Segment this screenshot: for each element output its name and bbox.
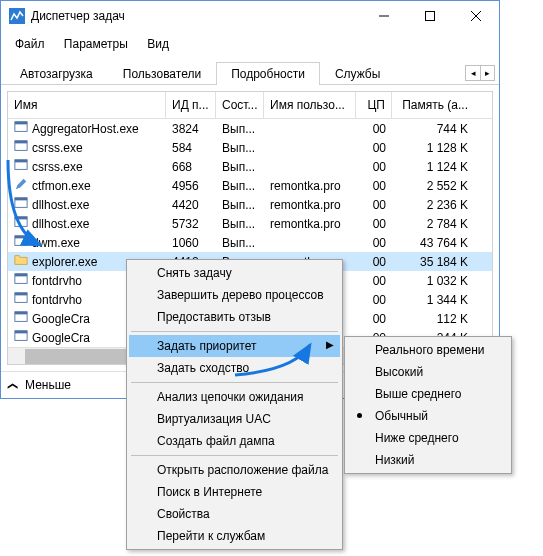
tab-scroll-arrows: ◂ ▸ [465, 65, 495, 81]
minimize-button[interactable] [361, 1, 407, 31]
column-headers: Имя ИД п... Сост... Имя пользо... ЦП Пам… [8, 92, 492, 119]
table-row[interactable]: dllhost.exe4420Вып...remontka.pro002 236… [8, 195, 492, 214]
header-status[interactable]: Сост... [216, 92, 264, 118]
tab-scroll-left[interactable]: ◂ [466, 66, 480, 80]
header-name[interactable]: Имя [8, 92, 166, 118]
header-cpu[interactable]: ЦП [356, 92, 392, 118]
cell-status: Вып... [216, 122, 264, 136]
cell-pid: 4956 [166, 179, 216, 193]
cell-name: csrss.exe [8, 158, 166, 175]
ctx-end-task[interactable]: Снять задачу [129, 262, 340, 284]
header-pid[interactable]: ИД п... [166, 92, 216, 118]
menu-view[interactable]: Вид [139, 33, 177, 55]
cell-cpu: 00 [356, 198, 392, 212]
maximize-button[interactable] [407, 1, 453, 31]
cell-status: Вып... [216, 217, 264, 231]
cell-cpu: 00 [356, 141, 392, 155]
process-icon [14, 120, 28, 137]
priority-normal-label: Обычный [375, 409, 428, 423]
svg-rect-22 [15, 312, 27, 315]
svg-rect-18 [15, 274, 27, 277]
process-icon [14, 177, 28, 194]
table-row[interactable]: AggregatorHost.exe3824Вып...00744 K [8, 119, 492, 138]
cell-pid: 668 [166, 160, 216, 174]
cell-pid: 5732 [166, 217, 216, 231]
ctx-feedback[interactable]: Предоставить отзыв [129, 306, 340, 328]
header-user[interactable]: Имя пользо... [264, 92, 356, 118]
process-name: fontdrvho [32, 293, 82, 307]
cell-status: Вып... [216, 236, 264, 250]
cell-cpu: 00 [356, 160, 392, 174]
svg-rect-6 [15, 122, 27, 125]
tabs: Автозагрузка Пользователи Подробности Сл… [1, 57, 499, 85]
ctx-set-priority[interactable]: Задать приоритет▶ [129, 335, 340, 357]
close-button[interactable] [453, 1, 499, 31]
table-row[interactable]: csrss.exe668Вып...001 124 K [8, 157, 492, 176]
process-icon [14, 234, 28, 251]
cell-name: AggregatorHost.exe [8, 120, 166, 137]
svg-rect-2 [426, 12, 435, 21]
priority-low[interactable]: Низкий [347, 449, 509, 471]
chevron-up-icon: ❮ [8, 381, 19, 389]
ctx-goto-services[interactable]: Перейти к службам [129, 525, 340, 547]
process-icon [14, 196, 28, 213]
cell-cpu: 00 [356, 179, 392, 193]
process-name: AggregatorHost.exe [32, 122, 139, 136]
tab-autostart[interactable]: Автозагрузка [5, 62, 108, 85]
cell-name: dwm.exe [8, 234, 166, 251]
process-icon [14, 272, 28, 289]
ctx-properties[interactable]: Свойства [129, 503, 340, 525]
process-name: GoogleCra [32, 331, 90, 345]
process-icon [14, 310, 28, 327]
cell-user: remontka.pro [264, 198, 356, 212]
header-mem[interactable]: Память (а... [392, 92, 474, 118]
process-name: GoogleCra [32, 312, 90, 326]
table-row[interactable]: dllhost.exe5732Вып...remontka.pro002 784… [8, 214, 492, 233]
priority-below-normal[interactable]: Ниже среднего [347, 427, 509, 449]
svg-rect-12 [15, 198, 27, 201]
ctx-open-location[interactable]: Открыть расположение файла [129, 459, 340, 481]
table-row[interactable]: dwm.exe1060Вып...0043 764 K [8, 233, 492, 252]
svg-rect-8 [15, 141, 27, 144]
ctx-end-tree[interactable]: Завершить дерево процессов [129, 284, 340, 306]
cell-name: dllhost.exe [8, 215, 166, 232]
ctx-set-affinity[interactable]: Задать сходство [129, 357, 340, 379]
cell-mem: 43 764 K [392, 236, 474, 250]
cell-pid: 584 [166, 141, 216, 155]
priority-submenu: Реального времени Высокий Выше среднего … [344, 336, 512, 474]
ctx-separator [131, 331, 338, 332]
cell-cpu: 00 [356, 122, 392, 136]
priority-realtime[interactable]: Реального времени [347, 339, 509, 361]
ctx-search-online[interactable]: Поиск в Интернете [129, 481, 340, 503]
tab-users[interactable]: Пользователи [108, 62, 216, 85]
svg-rect-20 [15, 293, 27, 296]
tab-scroll-right[interactable]: ▸ [480, 66, 494, 80]
table-row[interactable]: csrss.exe584Вып...001 128 K [8, 138, 492, 157]
ctx-wait-chain[interactable]: Анализ цепочки ожидания [129, 386, 340, 408]
cell-mem: 1 032 K [392, 274, 474, 288]
tab-services[interactable]: Службы [320, 62, 395, 85]
priority-high[interactable]: Высокий [347, 361, 509, 383]
cell-mem: 1 128 K [392, 141, 474, 155]
process-icon [14, 139, 28, 156]
cell-user: remontka.pro [264, 217, 356, 231]
ctx-uac-virtualization[interactable]: Виртуализация UAC [129, 408, 340, 430]
tab-details[interactable]: Подробности [216, 62, 320, 85]
priority-normal[interactable]: Обычный [347, 405, 509, 427]
submenu-arrow-icon: ▶ [326, 339, 334, 350]
fewer-details-button[interactable]: Меньше [25, 378, 71, 392]
menubar: Файл Параметры Вид [1, 31, 499, 57]
cell-pid: 1060 [166, 236, 216, 250]
menu-params[interactable]: Параметры [56, 33, 136, 55]
process-name: csrss.exe [32, 160, 83, 174]
table-row[interactable]: ctfmon.exe4956Вып...remontka.pro002 552 … [8, 176, 492, 195]
menu-file[interactable]: Файл [7, 33, 53, 55]
cell-name: csrss.exe [8, 139, 166, 156]
ctx-create-dump[interactable]: Создать файл дампа [129, 430, 340, 452]
cell-pid: 4420 [166, 198, 216, 212]
cell-mem: 1 124 K [392, 160, 474, 174]
cell-cpu: 00 [356, 293, 392, 307]
ctx-separator [131, 455, 338, 456]
cell-name: ctfmon.exe [8, 177, 166, 194]
priority-above-normal[interactable]: Выше среднего [347, 383, 509, 405]
